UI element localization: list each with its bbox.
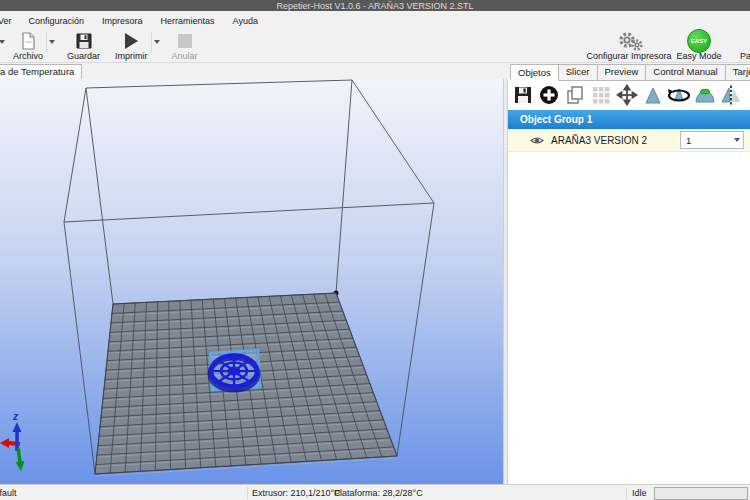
printer-state: Idle	[632, 485, 647, 500]
copies-dropdown[interactable]: 1	[680, 131, 744, 149]
tab-curva-temperatura[interactable]: Curva de Temperatura	[0, 64, 82, 79]
object-group-label: Object Group 1	[520, 114, 592, 125]
tab-band: Curva de Temperatura Objetos Slicer Prev…	[0, 62, 750, 79]
archivo-button[interactable]: Archivo	[10, 30, 46, 62]
status-bar: Default Extrusor: 210,1/210°C Plataforma…	[0, 484, 750, 500]
anular-label: Anular	[172, 51, 198, 61]
menu-ver[interactable]: Ver	[0, 16, 20, 26]
archivo-label: Archivo	[13, 51, 43, 61]
3d-viewport[interactable]: z	[0, 79, 503, 484]
z-axis-label: z	[12, 411, 18, 422]
menu-impresora[interactable]: Impresora	[93, 16, 152, 26]
save-icon	[74, 31, 94, 51]
autoposition-button	[589, 83, 613, 107]
drop-object-button[interactable]	[693, 83, 717, 107]
rotate-icon	[667, 84, 691, 106]
chevron-down-icon	[49, 40, 55, 44]
rotate-object-button[interactable]	[667, 83, 691, 107]
tab-control-manual[interactable]: Control Manual	[645, 64, 725, 81]
tab-slicer[interactable]: Slicer	[558, 64, 598, 81]
view-tabs: Curva de Temperatura	[0, 64, 503, 79]
menu-herramientas[interactable]: Herramientas	[152, 16, 224, 26]
statusbar-separator	[247, 487, 248, 499]
object-name: ARAÑA3 VERSION 2	[551, 135, 647, 146]
menu-ayuda[interactable]: Ayuda	[224, 16, 267, 26]
tab-tarjeta-sd[interactable]: Tarjeta SD	[725, 64, 750, 81]
mirror-object-button[interactable]	[719, 83, 743, 107]
chevron-down-icon	[154, 40, 160, 44]
menu-bar: Ver Configuración Impresora Herramientas…	[0, 11, 750, 30]
object-list-item[interactable]: ARAÑA3 VERSION 2 1	[508, 129, 750, 152]
toolbar-right-group: Configurar Impresora EASY Easy Mode	[588, 30, 750, 62]
statusbar-separator	[626, 487, 627, 499]
objects-panel: Object Group 1 ARAÑA3 VERSION 2 1	[508, 79, 750, 484]
new-file-icon	[18, 31, 38, 51]
extruder-temperature: Extrusor: 210,1/210°C	[252, 485, 341, 500]
plus-circle-icon	[538, 84, 560, 106]
parada-label: Parada de emergencia	[740, 51, 750, 61]
main-toolbar: Archivo Guardar Imprimir	[0, 30, 750, 62]
repetier-host-window: Repetier-Host V1.0.6 - ARAÑA3 VERSION 2.…	[0, 0, 750, 500]
window-title: Repetier-Host V1.0.6 - ARAÑA3 VERSION 2.…	[276, 1, 473, 11]
clipped-dropdown-button[interactable]	[0, 32, 6, 52]
easy-mode-icon: EASY	[687, 29, 711, 53]
configurar-impresora-button[interactable]: Configurar Impresora	[588, 30, 670, 62]
copy-icon	[564, 84, 586, 106]
object-group-header[interactable]: Object Group 1	[508, 110, 750, 129]
play-icon	[121, 31, 141, 51]
imprimir-button[interactable]: Imprimir	[112, 30, 151, 62]
parada-emergencia-button[interactable]: Parada de emergencia	[737, 30, 750, 62]
archivo-dropdown[interactable]	[46, 32, 57, 52]
progress-bar	[654, 487, 748, 500]
save-object-button[interactable]	[511, 83, 535, 107]
mirror-icon	[719, 84, 743, 106]
scale-object-button[interactable]	[641, 83, 665, 107]
lay-flat-icon	[693, 84, 717, 106]
guardar-button[interactable]: Guardar	[64, 30, 103, 62]
easy-badge: EASY	[691, 38, 707, 44]
anular-button: Anular	[169, 30, 201, 62]
center-arrows-icon	[616, 84, 638, 106]
guardar-label: Guardar	[67, 51, 100, 61]
menu-configuracion[interactable]: Configuración	[20, 16, 94, 26]
spider-model	[210, 354, 258, 391]
gears-icon	[614, 31, 644, 51]
main-area: z	[0, 79, 750, 484]
save-icon	[512, 84, 534, 106]
eye-icon	[530, 135, 544, 146]
chevron-down-icon	[0, 40, 5, 44]
objects-toolbar	[508, 79, 750, 110]
printer-name: Default	[0, 485, 17, 500]
stop-icon	[175, 31, 195, 51]
configurar-impresora-label: Configurar Impresora	[586, 51, 671, 61]
panel-tabs: Objetos Slicer Preview Control Manual Ta…	[510, 64, 750, 81]
chevron-down-icon	[730, 132, 743, 148]
grid-icon	[590, 84, 612, 106]
bed-temperature: Plataforma: 28,2/28°C	[334, 485, 423, 500]
scale-icon	[642, 84, 664, 106]
imprimir-dropdown[interactable]	[151, 32, 162, 52]
copies-value: 1	[681, 135, 730, 146]
visibility-toggle[interactable]	[530, 135, 544, 146]
object-list-empty-area	[508, 152, 750, 484]
imprimir-label: Imprimir	[115, 51, 148, 61]
tab-objetos[interactable]: Objetos	[510, 64, 559, 81]
easy-mode-button[interactable]: EASY Easy Mode	[674, 30, 724, 62]
model-arana3[interactable]	[210, 350, 260, 390]
copy-object-button[interactable]	[563, 83, 587, 107]
center-object-button[interactable]	[615, 83, 639, 107]
easy-mode-label: Easy Mode	[676, 51, 721, 61]
tab-preview[interactable]: Preview	[597, 64, 647, 81]
add-object-button[interactable]	[537, 83, 561, 107]
title-bar: Repetier-Host V1.0.6 - ARAÑA3 VERSION 2.…	[0, 0, 750, 11]
